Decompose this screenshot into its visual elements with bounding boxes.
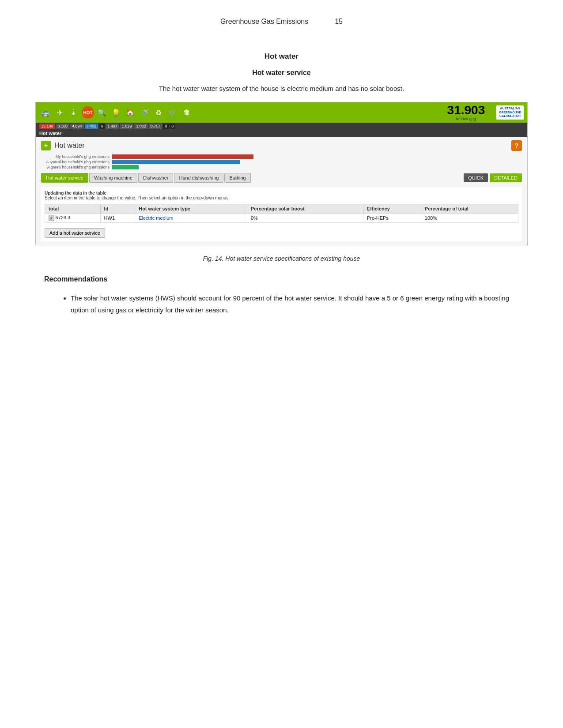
- numbers-row: 15.100 0.108 4.094 7.405 0 1.497 1.829 1…: [36, 123, 527, 130]
- main-heading: Hot water: [35, 52, 528, 61]
- recycle-icon: ♻: [152, 106, 165, 119]
- emission-bar-1: [112, 160, 240, 164]
- recommendations-title: Recommendations: [44, 275, 528, 283]
- sub-heading: Hot water service: [35, 69, 528, 77]
- tab-hand-dishwashing[interactable]: Hand dishwashing: [174, 173, 223, 183]
- table-instructions-text: Select an item in the table to change th…: [45, 195, 230, 200]
- total-display: 31.903 tonnes ghg: [447, 104, 485, 121]
- calculator-widget: 🚌 ✈ 🌡 HOT 🔍 💡 🏠 🚿 ♻ 🛒 🗑 31.903 tonnes gh…: [35, 102, 528, 245]
- table-header-row: total Id Hot water system type Percentag…: [45, 204, 518, 214]
- table-section: Updating the data in the table Select an…: [41, 187, 522, 241]
- num-1: 0.108: [56, 124, 70, 129]
- logo-line3: CALCULATOR: [499, 114, 521, 118]
- table-heading: Updating the data in the table Select an…: [45, 191, 518, 200]
- table-row: x 6729.3 HW1 Electric medium 0% Pro-HEPs…: [45, 214, 518, 223]
- num-10: 0: [170, 124, 175, 129]
- cart-icon: 🛒: [166, 106, 179, 119]
- num-3: 7.405: [85, 124, 98, 129]
- tab-dishwasher[interactable]: Dishwasher: [138, 173, 173, 183]
- trash-icon: 🗑: [181, 106, 193, 119]
- bulb-icon: 💡: [110, 106, 122, 119]
- expand-button[interactable]: +: [41, 141, 51, 150]
- tab-row: Hot water service Washing machine Dishwa…: [41, 173, 522, 183]
- quick-button[interactable]: QUICK: [464, 173, 488, 182]
- col-efficiency: Efficiency: [363, 204, 421, 214]
- emission-label-1: A typical household's ghg emissions: [41, 160, 110, 164]
- num-7: 1.082: [134, 124, 148, 129]
- cell-total: x 6729.3: [45, 214, 101, 223]
- tab-bathing[interactable]: Bathing: [224, 173, 250, 183]
- house-icon: 🏠: [124, 106, 136, 119]
- car-icon: 🚌: [39, 106, 52, 119]
- total-value: 31.903: [447, 104, 485, 116]
- col-total: total: [45, 204, 101, 214]
- recommendations-section: Recommendations The solar hot water syst…: [35, 275, 528, 316]
- detailed-button[interactable]: DETAILED: [490, 173, 522, 182]
- num-0: 15.100: [39, 124, 55, 129]
- emission-row-2: A green household's ghg emissions: [41, 165, 522, 169]
- page-header: Greenhouse Gas Emissions 15: [35, 18, 528, 26]
- emission-label-2: A green household's ghg emissions: [41, 165, 110, 169]
- num-5: 1.497: [106, 124, 119, 129]
- emission-row-1: A typical household's ghg emissions: [41, 160, 522, 164]
- calc-toolbar: 🚌 ✈ 🌡 HOT 🔍 💡 🏠 🚿 ♻ 🛒 🗑 31.903 tonnes gh…: [36, 102, 527, 123]
- toolbar-icons: 🚌 ✈ 🌡 HOT 🔍 💡 🏠 🚿 ♻ 🛒 🗑: [39, 106, 436, 119]
- col-solar: Percentage solar boost: [247, 204, 363, 214]
- help-button[interactable]: ?: [511, 140, 522, 151]
- temp-icon: 🌡: [68, 106, 80, 119]
- emission-row-0: My household's ghg emissions: [41, 154, 522, 159]
- cell-efficiency: Pro-HEPs: [363, 214, 421, 223]
- logo-line2: GREENHOUSE: [499, 111, 521, 114]
- emission-bar-2: [112, 165, 139, 169]
- tab-hot-water-service[interactable]: Hot water service: [41, 173, 88, 183]
- num-6: 1.829: [120, 124, 134, 129]
- plane-icon: ✈: [53, 106, 66, 119]
- hw-panel-title: Hot water: [54, 142, 84, 150]
- tab-washing-machine[interactable]: Washing machine: [89, 173, 137, 183]
- logo-line1: AUSTRALIAN: [499, 107, 521, 110]
- col-type: Hot water system type: [135, 204, 247, 214]
- col-id: Id: [100, 204, 135, 214]
- hw-title-row: + Hot water ?: [41, 140, 522, 151]
- col-percentage: Percentage of total: [421, 204, 518, 214]
- page-title: Greenhouse Gas Emissions: [220, 18, 308, 26]
- page-number: 15: [335, 18, 343, 26]
- remove-row-button[interactable]: x: [49, 215, 54, 221]
- figure-caption: Fig. 14. Hot water service specification…: [35, 255, 528, 262]
- num-9: 0: [163, 124, 169, 129]
- search-icon: 🔍: [96, 106, 108, 119]
- emission-bar-0: [112, 154, 253, 159]
- num-4: 0: [99, 124, 105, 129]
- emission-bars: My household's ghg emissions A typical h…: [41, 154, 522, 169]
- num-8: 0.757: [149, 124, 162, 129]
- hw-title: + Hot water: [41, 141, 84, 150]
- total-unit: tonnes ghg: [447, 116, 485, 121]
- emission-label-0: My household's ghg emissions: [41, 154, 110, 159]
- num-2: 4.094: [70, 124, 84, 129]
- cell-type[interactable]: Electric medium: [135, 214, 247, 223]
- hw-panel: + Hot water ? My household's ghg emissio…: [36, 137, 527, 245]
- cell-id: HW1: [100, 214, 135, 223]
- calc-logo: AUSTRALIAN GREENHOUSE CALCULATOR: [496, 105, 524, 119]
- section-description: The hot water water system of the house …: [35, 85, 528, 92]
- add-hot-water-button[interactable]: Add a hot water service: [45, 228, 105, 238]
- table-heading-bold: Updating the data in the table: [45, 191, 106, 195]
- cell-percentage: 100%: [421, 214, 518, 223]
- recommendation-item-0: The solar hot water systems (HWS) should…: [71, 292, 528, 316]
- section-label: Hot water: [36, 130, 527, 137]
- water-icon: 🚿: [138, 106, 151, 119]
- data-table: total Id Hot water system type Percentag…: [45, 204, 518, 223]
- hot-badge: HOT: [82, 106, 94, 119]
- cell-solar: 0%: [247, 214, 363, 223]
- recommendations-list: The solar hot water systems (HWS) should…: [44, 292, 528, 316]
- view-buttons: QUICK DETAILED: [464, 173, 522, 182]
